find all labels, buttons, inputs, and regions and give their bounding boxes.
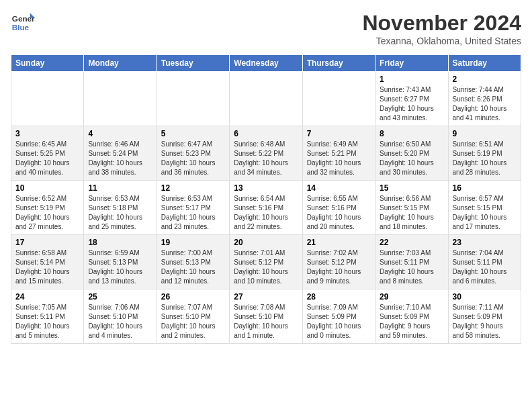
calendar-cell: 6Sunrise: 6:48 AM Sunset: 5:22 PM Daylig… [230,126,302,181]
calendar-cell: 19Sunrise: 7:00 AM Sunset: 5:13 PM Dayli… [157,235,229,289]
calendar-cell: 25Sunrise: 7:06 AM Sunset: 5:10 PM Dayli… [84,289,157,344]
day-info: Sunrise: 6:47 AM Sunset: 5:23 PM Dayligh… [161,140,225,177]
day-info: Sunrise: 6:56 AM Sunset: 5:15 PM Dayligh… [380,194,443,232]
day-info: Sunrise: 6:58 AM Sunset: 5:14 PM Dayligh… [15,248,79,286]
calendar-cell: 13Sunrise: 6:54 AM Sunset: 5:16 PM Dayli… [230,181,302,235]
calendar-cell: 9Sunrise: 6:51 AM Sunset: 5:19 PM Daylig… [448,126,521,181]
day-info: Sunrise: 7:43 AM Sunset: 6:27 PM Dayligh… [380,85,443,123]
calendar-cell: 11Sunrise: 6:53 AM Sunset: 5:18 PM Dayli… [84,181,157,235]
calendar-week-row: 1Sunrise: 7:43 AM Sunset: 6:27 PM Daylig… [11,72,521,126]
day-info: Sunrise: 6:51 AM Sunset: 5:19 PM Dayligh… [453,140,517,177]
day-number: 15 [380,183,443,193]
calendar-cell [302,72,375,126]
day-number: 22 [380,238,443,247]
day-info: Sunrise: 6:53 AM Sunset: 5:17 PM Dayligh… [161,194,225,232]
day-info: Sunrise: 7:06 AM Sunset: 5:10 PM Dayligh… [88,303,152,340]
calendar-week-row: 3Sunrise: 6:45 AM Sunset: 5:25 PM Daylig… [11,126,521,181]
month-title: November 2024 [362,11,521,36]
day-info: Sunrise: 7:05 AM Sunset: 5:11 PM Dayligh… [15,303,79,340]
calendar-cell: 27Sunrise: 7:08 AM Sunset: 5:10 PM Dayli… [230,289,302,344]
day-info: Sunrise: 7:00 AM Sunset: 5:13 PM Dayligh… [161,248,225,286]
day-number: 20 [234,238,298,247]
logo-icon: General Blue [11,11,35,35]
calendar-cell: 23Sunrise: 7:04 AM Sunset: 5:11 PM Dayli… [448,235,521,289]
page-header: General Blue General Blue November 2024 … [11,11,521,46]
weekday-header-friday: Friday [375,55,448,72]
day-number: 21 [307,238,371,247]
calendar-cell: 18Sunrise: 6:59 AM Sunset: 5:13 PM Dayli… [84,235,157,289]
day-info: Sunrise: 6:45 AM Sunset: 5:25 PM Dayligh… [15,140,79,177]
weekday-header-thursday: Thursday [302,55,375,72]
title-area: November 2024 Texanna, Oklahoma, United … [362,11,521,46]
day-info: Sunrise: 6:49 AM Sunset: 5:21 PM Dayligh… [307,140,371,177]
calendar-cell: 20Sunrise: 7:01 AM Sunset: 5:12 PM Dayli… [230,235,302,289]
day-number: 2 [453,75,517,84]
day-number: 28 [307,292,371,302]
calendar-cell: 24Sunrise: 7:05 AM Sunset: 5:11 PM Dayli… [11,289,84,344]
day-info: Sunrise: 6:54 AM Sunset: 5:16 PM Dayligh… [234,194,298,232]
day-number: 14 [307,183,371,193]
calendar-cell: 30Sunrise: 7:11 AM Sunset: 5:09 PM Dayli… [448,289,521,344]
calendar-cell: 10Sunrise: 6:52 AM Sunset: 5:19 PM Dayli… [11,181,84,235]
calendar-cell: 17Sunrise: 6:58 AM Sunset: 5:14 PM Dayli… [11,235,84,289]
calendar-cell: 4Sunrise: 6:46 AM Sunset: 5:24 PM Daylig… [84,126,157,181]
calendar-cell: 15Sunrise: 6:56 AM Sunset: 5:15 PM Dayli… [375,181,448,235]
day-number: 5 [161,129,225,138]
day-number: 16 [453,183,517,193]
calendar-cell: 26Sunrise: 7:07 AM Sunset: 5:10 PM Dayli… [157,289,229,344]
day-info: Sunrise: 6:59 AM Sunset: 5:13 PM Dayligh… [88,248,152,286]
calendar-cell: 5Sunrise: 6:47 AM Sunset: 5:23 PM Daylig… [157,126,229,181]
day-number: 18 [88,238,152,247]
calendar-cell: 21Sunrise: 7:02 AM Sunset: 5:12 PM Dayli… [302,235,375,289]
calendar-cell: 8Sunrise: 6:50 AM Sunset: 5:20 PM Daylig… [375,126,448,181]
day-number: 6 [234,129,298,138]
day-info: Sunrise: 6:50 AM Sunset: 5:20 PM Dayligh… [380,140,443,177]
day-info: Sunrise: 7:07 AM Sunset: 5:10 PM Dayligh… [161,303,225,340]
weekday-header-row: SundayMondayTuesdayWednesdayThursdayFrid… [11,55,521,72]
calendar-table: SundayMondayTuesdayWednesdayThursdayFrid… [11,54,521,344]
day-number: 23 [453,238,517,247]
day-number: 8 [380,129,443,138]
weekday-header-monday: Monday [84,55,157,72]
day-info: Sunrise: 7:02 AM Sunset: 5:12 PM Dayligh… [307,248,371,286]
calendar-cell: 22Sunrise: 7:03 AM Sunset: 5:11 PM Dayli… [375,235,448,289]
calendar-cell: 2Sunrise: 7:44 AM Sunset: 6:26 PM Daylig… [448,72,521,126]
day-number: 11 [88,183,152,193]
calendar-cell [230,72,302,126]
day-info: Sunrise: 7:03 AM Sunset: 5:11 PM Dayligh… [380,248,443,286]
day-number: 27 [234,292,298,302]
day-number: 24 [15,292,79,302]
day-number: 9 [453,129,517,138]
day-number: 3 [15,129,79,138]
weekday-header-wednesday: Wednesday [230,55,302,72]
day-info: Sunrise: 6:52 AM Sunset: 5:19 PM Dayligh… [15,194,79,232]
day-number: 12 [161,183,225,193]
calendar-cell: 29Sunrise: 7:10 AM Sunset: 5:09 PM Dayli… [375,289,448,344]
day-info: Sunrise: 7:04 AM Sunset: 5:11 PM Dayligh… [453,248,517,286]
day-number: 7 [307,129,371,138]
weekday-header-sunday: Sunday [11,55,84,72]
day-info: Sunrise: 6:46 AM Sunset: 5:24 PM Dayligh… [88,140,152,177]
day-info: Sunrise: 6:57 AM Sunset: 5:15 PM Dayligh… [453,194,517,232]
calendar-cell: 3Sunrise: 6:45 AM Sunset: 5:25 PM Daylig… [11,126,84,181]
day-number: 29 [380,292,443,302]
day-info: Sunrise: 7:08 AM Sunset: 5:10 PM Dayligh… [234,303,298,340]
day-number: 25 [88,292,152,302]
day-number: 1 [380,75,443,84]
day-number: 13 [234,183,298,193]
day-info: Sunrise: 7:11 AM Sunset: 5:09 PM Dayligh… [453,303,517,340]
day-number: 26 [161,292,225,302]
day-info: Sunrise: 6:55 AM Sunset: 5:16 PM Dayligh… [307,194,371,232]
calendar-week-row: 24Sunrise: 7:05 AM Sunset: 5:11 PM Dayli… [11,289,521,344]
day-number: 19 [161,238,225,247]
calendar-cell: 28Sunrise: 7:09 AM Sunset: 5:09 PM Dayli… [302,289,375,344]
day-number: 10 [15,183,79,193]
calendar-cell [157,72,229,126]
day-info: Sunrise: 7:10 AM Sunset: 5:09 PM Dayligh… [380,303,443,340]
day-info: Sunrise: 7:44 AM Sunset: 6:26 PM Dayligh… [453,85,517,123]
day-number: 4 [88,129,152,138]
logo: General Blue General Blue [11,11,35,35]
calendar-cell: 7Sunrise: 6:49 AM Sunset: 5:21 PM Daylig… [302,126,375,181]
calendar-cell: 12Sunrise: 6:53 AM Sunset: 5:17 PM Dayli… [157,181,229,235]
calendar-cell [84,72,157,126]
